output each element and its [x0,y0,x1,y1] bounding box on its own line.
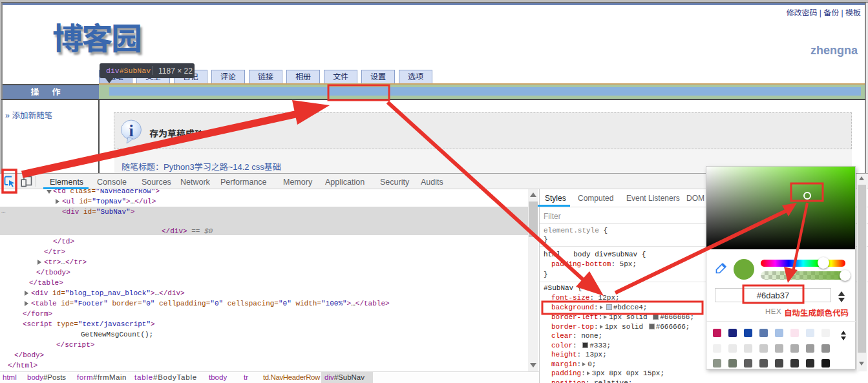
svg-text:i: i [129,121,133,140]
